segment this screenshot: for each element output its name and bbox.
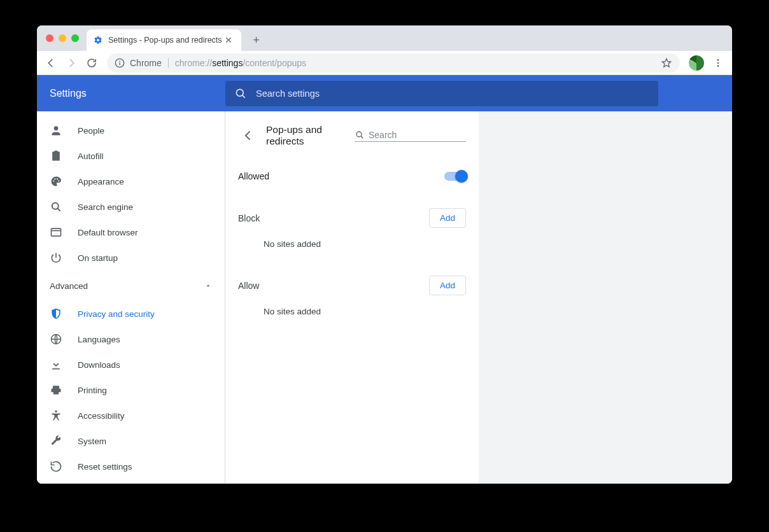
settings-search-input[interactable] — [256, 88, 649, 99]
page-title: Pop-ups and redirects — [266, 124, 355, 147]
svg-point-9 — [53, 181, 54, 182]
gear-icon — [93, 35, 103, 45]
sidebar-item-label: Search engine — [78, 202, 133, 212]
allow-section-header: Allow Add — [225, 260, 479, 295]
minimize-window-button[interactable] — [59, 34, 66, 42]
block-empty-text: No sites added — [225, 228, 479, 260]
page-header: Pop-ups and redirects — [225, 111, 479, 155]
settings-body: People Autofill Appearance Search engine… — [37, 111, 732, 484]
accessibility-icon — [50, 409, 62, 422]
right-gutter — [479, 111, 732, 484]
profile-avatar[interactable] — [689, 55, 704, 71]
palette-icon — [50, 175, 62, 188]
svg-point-1 — [119, 60, 120, 62]
toggle-knob — [455, 170, 468, 183]
search-icon — [234, 87, 247, 100]
svg-point-3 — [717, 59, 719, 61]
fullscreen-window-button[interactable] — [71, 34, 79, 42]
window-controls — [37, 34, 79, 42]
person-icon — [50, 124, 62, 137]
shield-icon — [50, 307, 62, 320]
svg-rect-14 — [52, 228, 61, 236]
svg-point-13 — [52, 203, 59, 209]
sidebar-item-on-startup[interactable]: On startup — [37, 245, 225, 270]
close-window-button[interactable] — [46, 34, 53, 42]
restore-icon — [50, 460, 62, 473]
allow-empty-text: No sites added — [225, 295, 479, 328]
sidebar-item-label: Privacy and security — [78, 309, 155, 319]
power-icon — [50, 251, 62, 264]
wrench-icon — [50, 435, 62, 447]
forward-button[interactable] — [62, 54, 80, 72]
svg-point-5 — [717, 65, 719, 67]
allowed-label: Allowed — [238, 171, 269, 181]
svg-point-11 — [57, 178, 58, 179]
page-search-input[interactable] — [369, 130, 480, 140]
svg-rect-2 — [119, 62, 120, 65]
chevron-up-icon — [204, 282, 212, 290]
browser-icon — [50, 226, 62, 239]
sidebar-item-accessibility[interactable]: Accessibility — [37, 403, 225, 428]
svg-point-17 — [356, 132, 362, 137]
browser-tab[interactable]: Settings - Pop-ups and redirects ✕ — [87, 29, 241, 51]
sidebar-advanced-toggle[interactable]: Advanced — [37, 270, 225, 301]
sidebar-item-default-browser[interactable]: Default browser — [37, 220, 225, 245]
allowed-row: Allowed — [238, 161, 466, 192]
sidebar-item-downloads[interactable]: Downloads — [37, 352, 225, 377]
sidebar-item-label: Accessibility — [78, 411, 125, 421]
svg-point-12 — [58, 180, 59, 181]
page-search[interactable] — [355, 130, 466, 142]
page-back-button[interactable] — [238, 125, 258, 146]
svg-point-16 — [55, 410, 57, 412]
omnibox-url: chrome://settings/content/popups — [175, 58, 306, 68]
site-info-icon[interactable] — [115, 58, 125, 68]
address-bar[interactable]: Chrome chrome://settings/content/popups — [107, 53, 680, 73]
sidebar-item-privacy-and-security[interactable]: Privacy and security — [37, 301, 225, 326]
globe-icon — [50, 333, 62, 346]
menu-button[interactable] — [709, 54, 727, 72]
allow-label: Allow — [238, 281, 259, 291]
sidebar-item-label: Printing — [78, 386, 107, 395]
sidebar-item-languages[interactable]: Languages — [37, 326, 225, 352]
sidebar-item-autofill[interactable]: Autofill — [37, 143, 225, 169]
sidebar: People Autofill Appearance Search engine… — [37, 111, 225, 484]
back-button[interactable] — [42, 54, 60, 72]
reload-button[interactable] — [83, 54, 101, 72]
settings-title: Settings — [50, 88, 225, 99]
sidebar-item-label: System — [78, 437, 106, 446]
sidebar-item-reset-settings[interactable]: Reset settings — [37, 454, 225, 479]
block-add-button[interactable]: Add — [429, 208, 466, 228]
omnibox-divider — [168, 58, 169, 68]
tab-title: Settings - Pop-ups and redirects — [108, 36, 222, 45]
search-icon — [355, 130, 365, 140]
omnibox-host: Chrome — [130, 58, 162, 68]
settings-search[interactable] — [225, 81, 658, 106]
sidebar-item-label: People — [78, 126, 104, 136]
sidebar-item-search-engine[interactable]: Search engine — [37, 194, 225, 220]
download-icon — [50, 358, 62, 371]
sidebar-item-label: Autofill — [78, 151, 104, 161]
search-icon — [50, 200, 62, 213]
sidebar-item-system[interactable]: System — [37, 428, 225, 454]
allowed-toggle[interactable] — [444, 172, 466, 181]
sidebar-item-label: Appearance — [78, 177, 124, 186]
printer-icon — [50, 384, 62, 396]
close-tab-button[interactable]: ✕ — [222, 34, 235, 46]
settings-header: Settings — [37, 75, 732, 111]
svg-point-4 — [717, 62, 719, 64]
svg-point-6 — [236, 89, 243, 96]
block-section-header: Block Add — [225, 198, 479, 228]
sidebar-item-label: Reset settings — [78, 462, 132, 472]
sidebar-item-people[interactable]: People — [37, 118, 225, 143]
new-tab-button[interactable]: + — [248, 31, 265, 49]
svg-point-7 — [54, 126, 59, 130]
svg-point-10 — [54, 178, 55, 179]
bookmark-star-icon[interactable] — [661, 57, 672, 69]
main-panel: Pop-ups and redirects Allowed — [225, 111, 479, 484]
clipboard-icon — [50, 150, 62, 162]
sidebar-item-printing[interactable]: Printing — [37, 377, 225, 403]
allow-add-button[interactable]: Add — [429, 276, 466, 295]
browser-toolbar: Chrome chrome://settings/content/popups — [37, 51, 732, 75]
sidebar-item-label: On startup — [78, 253, 118, 263]
sidebar-item-appearance[interactable]: Appearance — [37, 169, 225, 194]
